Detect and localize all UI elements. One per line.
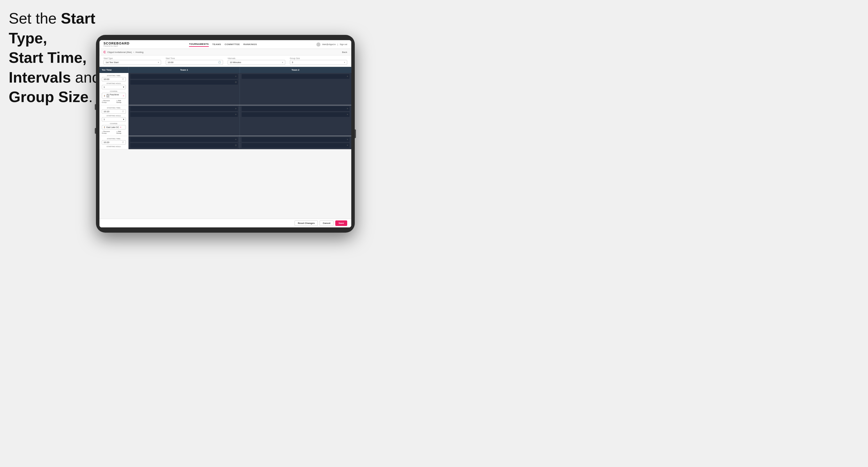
starting-hole-input-1[interactable]: 1 ▾ — [102, 85, 126, 89]
breadcrumb-hosting: Hosting — [135, 51, 143, 54]
player-slot: ✕ — [130, 74, 238, 79]
logo-text: SCOREBOARD — [103, 42, 129, 45]
nav-teams[interactable]: TEAMS — [212, 42, 221, 46]
main-nav: TOURNAMENTS TEAMS COMMITTEE RANKINGS — [189, 42, 257, 47]
user-email: blair@clippd.io — [322, 43, 336, 45]
instruction-line1: Set the Start Type, — [9, 10, 95, 46]
remove-player-icon[interactable]: ✕ — [347, 75, 348, 77]
clock-icon: 🕙 — [218, 61, 221, 64]
volume-up-button[interactable] — [95, 104, 96, 110]
chevron-down-icon: ▾ — [158, 61, 159, 64]
tee-row: STARTING TIME: 10:00 ⏱ STARTING HOLE: 1 … — [99, 73, 351, 105]
starting-time-label-2: STARTING TIME: — [102, 107, 126, 109]
start-time-value: 10:00 — [168, 61, 174, 64]
tee-row: STARTING TIME: 10:20 ⏱ STARTING HOLE: ✕ … — [99, 136, 351, 150]
tee-side-3: STARTING TIME: 10:20 ⏱ STARTING HOLE: — [99, 136, 128, 149]
remove-player-icon[interactable]: ☰ — [235, 144, 237, 147]
sign-out-link[interactable]: Sign out — [340, 43, 347, 45]
intervals-group: Intervals 10 Minutes ▾ — [228, 57, 285, 65]
breadcrumb-bar: C Clippd Invitational (Mar) › Hosting Ba… — [99, 49, 351, 56]
add-group-2[interactable]: + Add Group — [116, 130, 126, 134]
header-team2: Team 2 — [240, 67, 351, 73]
player-slot: ✕ — [242, 106, 349, 111]
clock-icon-2: ⏱ — [122, 110, 124, 113]
team2-col-1: ✕ — [240, 73, 351, 105]
reset-changes-button[interactable]: Reset Changes — [294, 220, 318, 226]
intervals-select[interactable]: 10 Minutes ▾ — [228, 60, 285, 65]
starting-hole-label-1: STARTING HOLE: — [102, 83, 126, 84]
instruction-bold2: Start Time, — [9, 49, 87, 66]
player-slot: ✕ — [242, 112, 349, 117]
starting-time-label-1: STARTING TIME: — [102, 75, 126, 76]
player-slot: ✕ — [242, 74, 349, 79]
start-type-select[interactable]: 1st Tee Start ▾ — [103, 60, 161, 65]
user-info: blair@clippd.io | Sign out — [316, 42, 347, 46]
course-tag-1: 🏌️ (A) Peachtree GC × — [102, 93, 126, 99]
remove-player-icon[interactable]: ☰ — [235, 81, 237, 84]
starting-time-input-2[interactable]: 10:10 ⏱ — [102, 109, 126, 114]
remove-player-icon[interactable]: ✕ — [235, 107, 237, 110]
clock-icon-1: ⏱ — [122, 78, 124, 81]
instruction-block: Set the Start Type, Start Time, Interval… — [9, 9, 105, 107]
team1-col-3: ✕ ☰ — [128, 136, 240, 149]
player-slot: ☰ — [130, 143, 238, 148]
group-size-group: Group Size 3 ▾ — [290, 57, 347, 65]
user-avatar — [316, 42, 320, 46]
remove-course-1[interactable]: × — [123, 94, 124, 97]
group-size-label: Group Size — [290, 57, 347, 59]
remove-course-2[interactable]: × — [120, 126, 122, 128]
course-tag-2: 🏌️ East Lake GC × — [102, 125, 126, 129]
remove-player-icon[interactable]: ✕ — [235, 75, 237, 77]
nav-committee[interactable]: COMMITTEE — [224, 42, 240, 46]
instruction-bold3: Intervals — [9, 69, 71, 86]
cancel-button[interactable]: Cancel — [319, 220, 334, 226]
start-type-label: Start Type — [103, 57, 161, 59]
remove-player-icon[interactable]: ✕ — [347, 107, 348, 110]
tee-row: STARTING TIME: 10:10 ⏱ STARTING HOLE: 1 … — [99, 105, 351, 136]
starting-time-label-3: STARTING TIME: — [102, 138, 126, 139]
tee-side-2: STARTING TIME: 10:10 ⏱ STARTING HOLE: 1 … — [99, 105, 128, 136]
tablet-device: SCOREBOARD Powered by clippd TOURNAMENTS… — [96, 35, 355, 232]
hole-chevron-1: ▾ — [123, 86, 124, 88]
footer-bar: Reset Changes Cancel Save — [99, 219, 351, 227]
hole-chevron-2: ▾ — [123, 118, 124, 121]
nav-rankings[interactable]: RANKINGS — [243, 42, 257, 46]
starting-hole-input-2[interactable]: 1 ▾ — [102, 117, 126, 122]
player-slot: ✕ — [130, 112, 238, 117]
power-button[interactable] — [355, 129, 356, 138]
add-group-1[interactable]: + Add Group — [116, 100, 126, 103]
remove-player-icon[interactable]: ✕ — [347, 138, 348, 141]
starting-time-input-1[interactable]: 10:00 ⏱ — [102, 77, 126, 82]
starting-time-value-2: 10:10 — [103, 110, 109, 113]
remove-group-2[interactable]: ○ Remove Group — [102, 130, 115, 134]
back-link[interactable]: Back — [342, 51, 347, 54]
action-links-1: ○ Remove Group + Add Group — [102, 100, 126, 103]
remove-player-icon[interactable]: ✕ — [235, 138, 237, 141]
group-size-select[interactable]: 3 ▾ — [290, 60, 347, 65]
nav-tournaments[interactable]: TOURNAMENTS — [189, 42, 209, 47]
separator: | — [337, 43, 338, 45]
breadcrumb-tournament[interactable]: Clippd Invitational (Mar) — [107, 51, 132, 54]
action-links-2: ○ Remove Group + Add Group — [102, 130, 126, 134]
course-label-1: COURSE: — [102, 90, 126, 92]
start-time-select[interactable]: 10:00 🕙 — [166, 60, 223, 65]
breadcrumb-sep: › — [133, 51, 134, 54]
instruction-period: . — [88, 88, 92, 105]
remove-group-1[interactable]: ○ Remove Group — [102, 100, 115, 103]
starting-hole-label-2: STARTING HOLE: — [102, 115, 126, 117]
tablet-screen: SCOREBOARD Powered by clippd TOURNAMENTS… — [99, 40, 351, 227]
remove-player-icon[interactable]: ✕ — [347, 144, 348, 147]
team2-col-2: ✕ ✕ — [240, 105, 351, 136]
starting-time-input-3[interactable]: 10:20 ⏱ — [102, 140, 126, 145]
volume-down-button[interactable] — [95, 128, 96, 134]
team1-col-1: ✕ ☰ — [128, 73, 240, 105]
remove-player-icon[interactable]: ✕ — [235, 114, 237, 116]
chevron-down-icon-2: ▾ — [282, 61, 283, 64]
save-button[interactable]: Save — [335, 220, 347, 226]
app-logo: SCOREBOARD Powered by clippd — [103, 42, 129, 47]
tee-side-1: STARTING TIME: 10:00 ⏱ STARTING HOLE: 1 … — [99, 73, 128, 105]
settings-bar: Start Type 1st Tee Start ▾ Start Time 10… — [99, 56, 351, 67]
team2-col-3: ✕ ✕ — [240, 136, 351, 149]
remove-player-icon[interactable]: ✕ — [347, 114, 348, 116]
starting-time-value-1: 10:00 — [103, 78, 109, 81]
